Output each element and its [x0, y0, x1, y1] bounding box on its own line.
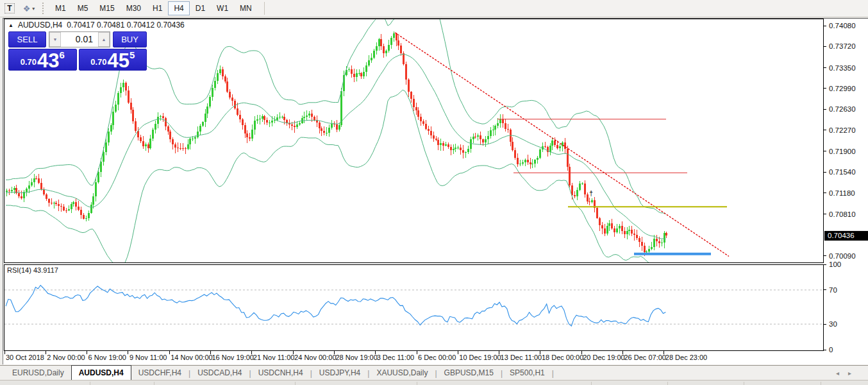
time-tick-label: 14 Nov 00:00 [171, 354, 212, 361]
sell-button[interactable]: SELL [8, 31, 46, 47]
time-tick-label: 13 Dec 11:00 [501, 354, 542, 361]
symbol-label: AUDUSD,H4 [18, 21, 62, 30]
price-tick-label: 0.71540 [829, 168, 856, 176]
price-tick-label: 0.73720 [829, 42, 856, 50]
tab-audusd-h4[interactable]: AUDUSD,H4 [71, 365, 131, 381]
buy-price-main: 45 [107, 53, 129, 69]
tab-scroll-arrows[interactable]: ◂▸ [836, 370, 860, 377]
time-tick-label: 28 Nov 19:00 [335, 354, 377, 361]
rsi-tick-label: 70 [829, 286, 837, 294]
sell-price-pip: 6 [59, 49, 64, 60]
time-axis[interactable]: 30 Oct 20182 Nov 00:006 Nov 19:009 Nov 1… [4, 351, 707, 361]
price-tick-label: 0.71180 [829, 189, 855, 197]
time-tick-label: 10 Dec 19:00 [459, 354, 501, 361]
rsi-tick-label: 100 [829, 261, 841, 268]
objects-tool-button[interactable]: ❖ ▾ [22, 1, 36, 15]
buy-price-box[interactable]: 0.70 45 5 [79, 49, 147, 71]
timeframe-button-h4[interactable]: H4 [168, 1, 189, 15]
rsi-tick-label: 30 [829, 320, 837, 328]
symbol-header: ▲ AUDUSD,H4 0.70417 0.70481 0.70412 0.70… [8, 20, 185, 30]
price-tick-label: 0.74080 [829, 22, 856, 30]
tab-sp500-h1[interactable]: SP500,H1 [503, 366, 552, 380]
tab-separator: | [552, 369, 554, 380]
sell-price-prefix: 0.70 [21, 57, 37, 67]
toolbar-grip[interactable] [42, 3, 46, 14]
volume-value[interactable]: 0.01 [61, 32, 98, 47]
volume-up-button[interactable]: ▲ [98, 32, 110, 47]
chart-window: †0.740800.737200.733500.729900.726300.72… [3, 18, 868, 364]
time-tick-label: 3 Dec 11:00 [377, 354, 415, 361]
volume-stepper: ▼ 0.01 ▲ [49, 31, 110, 47]
status-divider [744, 382, 744, 385]
tab-usdjpy-h4[interactable]: USDJPY,H4 [312, 366, 367, 380]
objects-icon: ❖ [23, 4, 31, 13]
text-label-tool-button[interactable]: T [3, 1, 17, 15]
trading-app: T ❖ ▾ M1M5M15M30H1H4D1W1MN †0.740800.737… [0, 0, 868, 385]
toolbar: T ❖ ▾ M1M5M15M30H1H4D1W1MN [0, 0, 868, 17]
status-divider [821, 382, 821, 385]
timeframe-button-m15[interactable]: M15 [94, 1, 120, 15]
time-tick-label: 16 Nov 19:00 [212, 354, 254, 361]
chevron-down-icon: ▾ [32, 6, 35, 12]
status-divider [154, 382, 154, 385]
ohlc-values: 0.70417 0.70481 0.70412 0.70436 [67, 21, 185, 30]
price-axis[interactable]: 0.740800.737200.733500.729900.726300.722… [824, 22, 868, 260]
timeframe-button-w1[interactable]: W1 [211, 1, 234, 15]
rsi-tick-label: 0 [829, 346, 833, 354]
time-tick-label: 30 Oct 2018 [6, 354, 44, 361]
timeframe-buttons: M1M5M15M30H1H4D1W1MN [49, 1, 258, 15]
timeframe-button-m1[interactable]: M1 [49, 1, 72, 15]
timeframe-button-d1[interactable]: D1 [190, 1, 211, 15]
volume-down-button[interactable]: ▼ [49, 32, 61, 47]
price-tick-label: 0.70090 [829, 252, 856, 260]
buy-price-prefix: 0.70 [90, 57, 106, 67]
time-tick-label: 28 Dec 23:00 [665, 354, 707, 361]
buy-button[interactable]: BUY [113, 31, 147, 47]
price-tick-label: 0.70810 [829, 210, 856, 218]
timeframe-button-m30[interactable]: M30 [121, 1, 147, 15]
time-tick-label: 6 Nov 19:00 [88, 354, 126, 361]
price-tick-label: 0.72630 [829, 105, 856, 113]
price-tick-label: 0.71900 [829, 148, 856, 155]
current-price-value: 0.70436 [828, 232, 855, 239]
sell-price-main: 43 [37, 53, 59, 69]
status-divider [417, 382, 417, 385]
price-tick-label: 0.73350 [829, 64, 856, 72]
sell-price-box[interactable]: 0.70 43 6 [8, 49, 77, 71]
time-tick-label: 24 Nov 00:00 [294, 354, 336, 361]
status-divider [667, 382, 668, 385]
time-tick-label: 21 Nov 11:00 [253, 354, 295, 361]
tab-xauusd-daily[interactable]: XAUUSD,Daily [369, 366, 435, 380]
price-chart[interactable]: †0.740800.737200.733500.729900.726300.72… [3, 19, 868, 365]
dagger-mark: † [589, 189, 593, 197]
tab-usdcnh-h4[interactable]: USDCNH,H4 [251, 366, 310, 380]
tab-eurusd-daily[interactable]: EURUSD,Daily [5, 366, 71, 380]
time-tick-label: 18 Dec 00:00 [542, 354, 583, 361]
time-tick-label: 26 Dec 07:00 [624, 354, 666, 361]
scroll-right-icon[interactable]: ▸ [848, 370, 860, 377]
price-tick-label: 0.72270 [829, 126, 856, 134]
rsi-label: RSI(14) 43.9117 [7, 266, 58, 274]
timeframe-button-m5[interactable]: M5 [72, 1, 94, 15]
buy-price-pip: 5 [129, 49, 135, 60]
tab-usdchf-h4[interactable]: USDCHF,H4 [131, 366, 188, 380]
tab-gbpusd-m15[interactable]: GBPUSD,M15 [437, 366, 501, 380]
collapse-triangle-icon[interactable]: ▲ [8, 22, 13, 28]
status-divider [90, 382, 90, 385]
timeframe-button-mn[interactable]: MN [234, 1, 258, 15]
scroll-left-icon[interactable]: ◂ [836, 370, 848, 377]
timeframe-button-h1[interactable]: H1 [147, 1, 168, 15]
price-tick-label: 0.72990 [829, 85, 856, 92]
status-divider [295, 382, 296, 385]
status-bar [0, 380, 868, 385]
time-tick-label: 2 Nov 00:00 [47, 354, 85, 361]
chart-tabs-bar: EURUSD,DailyAUDUSD,H4USDCHF,H4|USDCAD,H4… [0, 365, 868, 380]
toolbar-separator [264, 2, 265, 15]
time-tick-label: 20 Dec 19:00 [583, 354, 624, 361]
quote-panel: SELL ▼ 0.01 ▲ BUY 0.70 43 6 0.70 45 5 [8, 31, 147, 71]
text-tool-icon: T [4, 3, 14, 13]
time-tick-label: 6 Dec 00:00 [418, 354, 456, 361]
status-divider [591, 382, 592, 385]
tab-usdcad-h4[interactable]: USDCAD,H4 [190, 366, 249, 380]
time-tick-label: 9 Nov 11:00 [129, 354, 167, 361]
